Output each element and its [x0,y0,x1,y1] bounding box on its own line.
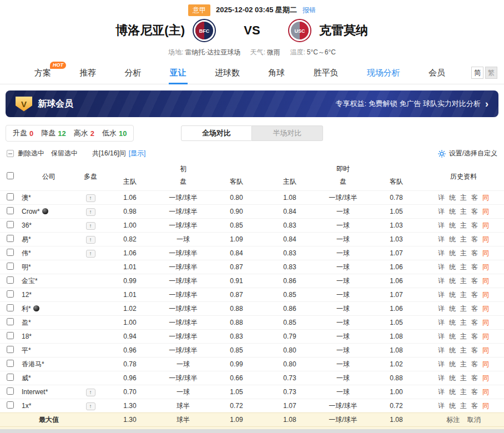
row-checkbox[interactable] [7,346,14,353]
history-link-statistics[interactable]: 统 [449,235,456,243]
company-name[interactable]: 1x* [22,402,31,410]
row-checkbox[interactable] [7,304,14,311]
history-link-statistics[interactable]: 统 [449,374,456,382]
row-checkbox[interactable] [7,290,14,298]
row-checkbox[interactable] [7,374,14,381]
half-match-tab[interactable]: 半场对比 [252,125,323,141]
history-link-away[interactable]: 客 [471,333,478,340]
history-link-away[interactable]: 客 [471,263,478,271]
multi-odds-icon[interactable]: ↑ [86,250,95,258]
row-checkbox[interactable] [7,221,14,228]
history-link-detail[interactable]: 详 [438,221,445,229]
multi-odds-icon[interactable]: ↑ [86,194,95,202]
history-link-away[interactable]: 客 [471,360,478,368]
history-link-away[interactable]: 客 [471,402,478,410]
history-link-detail[interactable]: 详 [438,319,445,326]
history-link-home[interactable]: 主 [460,291,467,299]
company-name[interactable]: 盈* [22,319,31,326]
nav-tab-recommend[interactable]: 推荐 [78,61,97,84]
row-checkbox[interactable] [7,207,14,214]
history-link-same-odds[interactable]: 同 [482,221,489,229]
delete-selected-button[interactable]: 删除选中 [18,149,44,158]
history-link-same-odds[interactable]: 同 [482,374,489,382]
company-name[interactable]: 伟* [22,249,31,257]
history-link-home[interactable]: 主 [460,360,467,368]
history-link-home[interactable]: 主 [460,333,467,340]
history-link-detail[interactable]: 详 [438,235,445,243]
history-link-same-odds[interactable]: 同 [482,319,489,326]
history-link-home[interactable]: 主 [460,346,467,354]
history-link-same-odds[interactable]: 同 [482,194,489,202]
history-link-detail[interactable]: 详 [438,333,445,340]
history-link-detail[interactable]: 详 [438,374,445,382]
row-checkbox[interactable] [7,318,14,325]
history-link-away[interactable]: 客 [471,374,478,382]
history-link-away[interactable]: 客 [471,208,478,215]
company-name[interactable]: 威* [22,374,31,382]
history-link-home[interactable]: 主 [460,194,467,202]
history-link-away[interactable]: 客 [471,305,478,313]
history-link-home[interactable]: 主 [460,221,467,229]
history-link-same-odds[interactable]: 同 [482,235,489,243]
company-name[interactable]: Crow* [22,208,40,215]
multi-odds-icon[interactable]: ↑ [86,402,95,410]
history-link-home[interactable]: 主 [460,319,467,326]
history-link-home[interactable]: 主 [460,235,467,243]
history-link-same-odds[interactable]: 同 [482,402,489,410]
history-link-away[interactable]: 客 [471,249,478,257]
history-link-same-odds[interactable]: 同 [482,208,489,215]
row-checkbox[interactable] [7,360,14,367]
history-link-detail[interactable]: 详 [438,305,445,313]
row-checkbox[interactable] [7,235,14,242]
history-link-detail[interactable]: 详 [438,194,445,202]
row-checkbox[interactable] [7,263,14,270]
history-link-detail[interactable]: 详 [438,402,445,410]
history-link-detail[interactable]: 详 [438,249,445,257]
row-checkbox[interactable] [7,387,14,395]
nav-tab-plans[interactable]: 方案HOT [33,61,52,84]
history-link-home[interactable]: 主 [460,208,467,215]
nav-tab-live-analysis[interactable]: 现场分析 [366,61,401,84]
multi-odds-icon[interactable]: ↑ [86,389,95,396]
company-name[interactable]: 平* [22,346,31,354]
history-link-away[interactable]: 客 [471,221,478,229]
history-link-detail[interactable]: 详 [438,277,445,285]
company-name[interactable]: 易* [22,235,31,243]
history-link-detail[interactable]: 详 [438,208,445,215]
history-link-same-odds[interactable]: 同 [482,333,489,340]
vip-banner[interactable]: V 新球会员 专享权益: 免费解锁 免广告 球队实力对比分析 › [6,90,498,117]
history-link-home[interactable]: 主 [460,249,467,257]
company-name[interactable]: 18* [22,333,32,340]
history-link-statistics[interactable]: 统 [449,305,456,313]
select-all-checkbox[interactable] [7,172,14,179]
history-link-same-odds[interactable]: 同 [482,263,489,271]
history-link-away[interactable]: 客 [471,194,478,202]
history-link-same-odds[interactable]: 同 [482,291,489,299]
full-match-tab[interactable]: 全场对比 [181,125,252,141]
company-name[interactable]: 12* [22,291,32,299]
history-link-home[interactable]: 主 [460,388,467,396]
history-link-statistics[interactable]: 统 [449,360,456,368]
history-link-away[interactable]: 客 [471,291,478,299]
company-name[interactable]: 香港马* [22,360,44,368]
report-error-link[interactable]: 报错 [303,6,316,15]
multi-odds-icon[interactable]: ↑ [86,208,95,216]
history-link-away[interactable]: 客 [471,235,478,243]
nav-tab-asian-handicap[interactable]: 亚让 [169,61,188,84]
history-link-away[interactable]: 客 [471,319,478,326]
history-link-away[interactable]: 客 [471,388,478,396]
history-link-statistics[interactable]: 统 [449,319,456,326]
history-link-statistics[interactable]: 统 [449,291,456,299]
history-link-statistics[interactable]: 统 [449,194,456,202]
history-link-same-odds[interactable]: 同 [482,249,489,257]
row-checkbox[interactable] [7,276,14,284]
history-link-detail[interactable]: 详 [438,291,445,299]
history-link-statistics[interactable]: 统 [449,277,456,285]
history-link-statistics[interactable]: 统 [449,346,456,354]
history-link-statistics[interactable]: 统 [449,333,456,340]
row-checkbox[interactable] [7,401,14,409]
company-name[interactable]: 金宝* [22,277,38,285]
company-name[interactable]: 明* [22,263,31,271]
nav-tab-corners[interactable]: 角球 [267,61,286,84]
nav-tab-goals[interactable]: 进球数 [214,61,241,84]
